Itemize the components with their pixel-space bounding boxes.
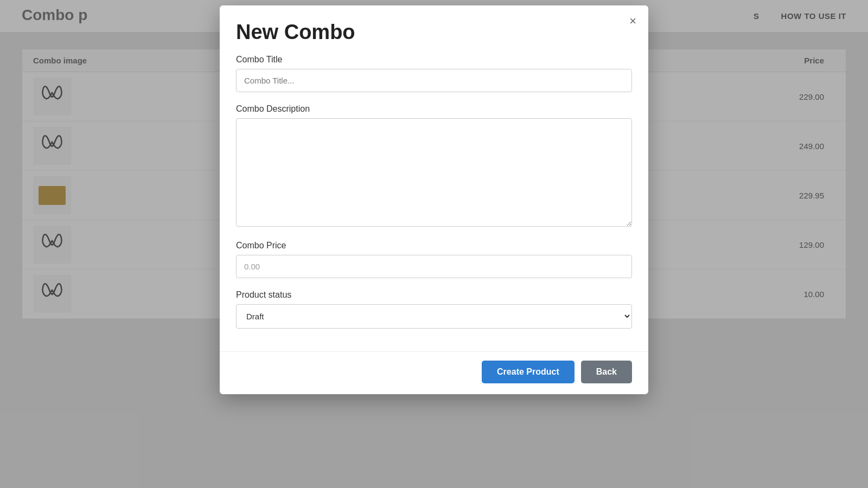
modal-header: New Combo × — [220, 5, 648, 49]
combo-price-input[interactable] — [236, 255, 632, 278]
combo-title-input[interactable] — [236, 69, 632, 92]
modal-overlay: New Combo × Combo Title Combo Descriptio… — [0, 0, 868, 488]
combo-description-textarea[interactable] — [236, 118, 632, 227]
product-status-label: Product status — [236, 290, 632, 300]
product-status-select[interactable]: Draft Active Archived — [236, 304, 632, 329]
new-combo-modal: New Combo × Combo Title Combo Descriptio… — [220, 5, 648, 394]
combo-description-group: Combo Description — [236, 104, 632, 229]
combo-description-label: Combo Description — [236, 104, 632, 114]
combo-title-group: Combo Title — [236, 55, 632, 92]
modal-title: New Combo — [236, 21, 632, 44]
combo-title-label: Combo Title — [236, 55, 632, 65]
modal-body: Combo Title Combo Description Combo Pric… — [220, 49, 648, 351]
modal-footer: Create Product Back — [220, 351, 648, 394]
create-product-button[interactable]: Create Product — [482, 361, 575, 383]
back-button[interactable]: Back — [581, 361, 632, 383]
modal-close-button[interactable]: × — [629, 15, 636, 27]
product-status-group: Product status Draft Active Archived — [236, 290, 632, 329]
combo-price-group: Combo Price — [236, 241, 632, 278]
combo-price-label: Combo Price — [236, 241, 632, 251]
